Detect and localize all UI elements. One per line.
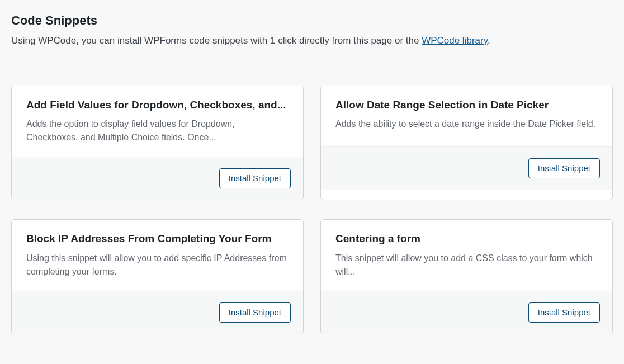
snippet-card-body: Add Field Values for Dropdown, Checkboxe… xyxy=(12,86,303,157)
intro-text: Using WPCode, you can install WPForms co… xyxy=(11,34,613,48)
snippet-grid: Add Field Values for Dropdown, Checkboxe… xyxy=(11,86,613,334)
wpcode-library-link[interactable]: WPCode library xyxy=(422,35,488,46)
snippet-description: Adds the ability to select a date range … xyxy=(335,117,598,131)
snippet-title: Centering a form xyxy=(335,232,598,246)
snippet-card: Add Field Values for Dropdown, Checkboxe… xyxy=(11,86,304,201)
snippet-description: Adds the option to display field values … xyxy=(26,117,289,144)
snippet-description: Using this snippet will allow you to add… xyxy=(26,252,289,278)
snippet-card-footer: Install Snippet xyxy=(12,157,303,200)
snippet-title: Allow Date Range Selection in Date Picke… xyxy=(335,98,598,112)
snippet-card: Block IP Addresses From Completing Your … xyxy=(11,219,304,334)
snippet-title: Add Field Values for Dropdown, Checkboxe… xyxy=(26,98,289,112)
snippet-card-body: Centering a form This snippet will allow… xyxy=(321,220,612,291)
snippet-card-body: Block IP Addresses From Completing Your … xyxy=(12,220,303,291)
install-snippet-button[interactable]: Install Snippet xyxy=(219,168,291,188)
install-snippet-button[interactable]: Install Snippet xyxy=(219,302,291,323)
snippet-card-body: Allow Date Range Selection in Date Picke… xyxy=(321,86,612,146)
snippet-title: Block IP Addresses From Completing Your … xyxy=(26,232,289,246)
snippet-card: Allow Date Range Selection in Date Picke… xyxy=(320,86,613,201)
snippet-card-footer: Install Snippet xyxy=(321,291,612,334)
divider xyxy=(11,64,613,64)
install-snippet-button[interactable]: Install Snippet xyxy=(528,302,600,323)
intro-prefix: Using WPCode, you can install WPForms co… xyxy=(11,35,422,46)
page-title: Code Snippets xyxy=(11,13,613,28)
install-snippet-button[interactable]: Install Snippet xyxy=(528,158,600,178)
intro-suffix: . xyxy=(488,35,490,46)
snippet-card: Centering a form This snippet will allow… xyxy=(320,219,613,334)
snippet-card-footer: Install Snippet xyxy=(12,291,303,334)
snippet-description: This snippet will allow you to add a CSS… xyxy=(335,252,598,278)
snippet-card-footer: Install Snippet xyxy=(321,146,612,190)
code-snippets-page: Code Snippets Using WPCode, you can inst… xyxy=(0,0,624,351)
